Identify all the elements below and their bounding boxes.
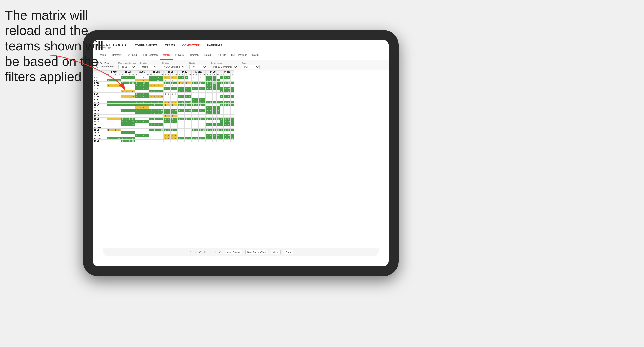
toolbar-timer-icon[interactable]: ⏱ xyxy=(219,251,222,254)
matrix-cell: 2 xyxy=(206,87,209,90)
matrix-cell: 0 xyxy=(156,104,160,106)
row-label: 12. UV xyxy=(93,106,107,109)
matrix-cell: 1 xyxy=(153,118,156,120)
row-label: 19. TAMU xyxy=(93,126,107,129)
matrix-cell: 1 xyxy=(220,87,224,90)
nav-committee[interactable]: COMMITTEE xyxy=(179,40,203,51)
toolbar-refresh-icon[interactable]: ⟳ xyxy=(199,250,201,254)
view-original-btn[interactable]: View: Original xyxy=(225,250,242,254)
share-btn[interactable]: Share xyxy=(284,250,293,254)
matrix-cell: 160 xyxy=(213,82,217,84)
matrix-cell: 3 xyxy=(224,134,227,137)
matrix-cell xyxy=(213,98,217,101)
matrix-cell xyxy=(202,90,206,93)
toolbar-undo-icon[interactable]: ↩ xyxy=(188,250,191,254)
matrix-cell: 1 xyxy=(209,129,213,131)
matrix-cell: 18 xyxy=(217,129,220,131)
toolbar-zoom-out-icon[interactable]: ⊖ xyxy=(209,250,212,254)
matrix-cell xyxy=(156,82,160,84)
matrix-cell: 0 xyxy=(174,134,178,137)
matrix-cell: 0 xyxy=(156,109,160,112)
sub-tab-h2h-heatmap-2[interactable]: H2H Heatmap xyxy=(229,51,250,60)
matrix-cell xyxy=(135,123,138,126)
matrix-cell xyxy=(117,126,121,129)
sub-tab-h2h-heatmap-1[interactable]: H2H Heatmap xyxy=(139,51,160,60)
matrix-cell xyxy=(131,129,135,131)
matrix-cell xyxy=(146,76,149,79)
matrix-cell: 1 xyxy=(220,129,224,131)
matrix-cell: 1 xyxy=(110,129,114,131)
matrix-cell: 1 xyxy=(209,123,213,126)
matrix-cell xyxy=(217,112,220,115)
matrix-cell: 1 xyxy=(167,118,171,120)
matrix-cell: 0 xyxy=(171,104,174,106)
nav-rankings[interactable]: RANKINGS xyxy=(203,40,226,51)
matrix-cell xyxy=(149,106,153,109)
watch-btn[interactable]: Watch xyxy=(271,250,281,254)
matrix-cell: 1 xyxy=(167,115,171,118)
matrix-cell xyxy=(174,126,178,129)
matrix-cell xyxy=(188,82,192,84)
matrix-cell xyxy=(220,84,224,87)
toolbar-zoom-in-icon[interactable]: ⊕ xyxy=(204,250,206,254)
conference-select[interactable]: Pac-12 Conference xyxy=(211,65,238,69)
matrix-cell xyxy=(128,109,131,112)
matrix-cell xyxy=(153,98,156,101)
matrix-cell xyxy=(188,87,192,90)
toolbar-redo-icon[interactable]: ↪ xyxy=(194,250,196,254)
matrix-cell xyxy=(209,76,213,79)
nav-teams[interactable]: TEAMS xyxy=(161,40,179,51)
matrix-cell: 40 xyxy=(227,87,231,90)
matrix-cell xyxy=(146,137,149,140)
matrix-cell xyxy=(181,129,185,131)
matrix-cell xyxy=(146,93,149,95)
matrix-cell xyxy=(231,87,234,90)
matrix-cell xyxy=(213,140,217,142)
matrix-cell xyxy=(217,98,220,101)
matrix-cell xyxy=(110,112,114,115)
matrix-cell xyxy=(185,120,188,123)
annotation-arrow xyxy=(38,50,138,100)
sh-su-t: T xyxy=(185,73,188,76)
matrix-cell: 0 xyxy=(199,118,202,120)
matrix-cell: 0 xyxy=(153,101,156,104)
matrix-cell xyxy=(124,109,128,112)
matrix-cell: 0 xyxy=(185,118,188,120)
matrix-cell: 0 xyxy=(181,76,185,79)
sub-tab-detail[interactable]: Detail xyxy=(202,51,213,60)
sub-tab-matrix-2[interactable]: Matrix xyxy=(250,51,262,60)
matrix-cell: 1 xyxy=(142,109,146,112)
matrix-cell: 11 xyxy=(146,101,149,104)
sub-tab-summary-2[interactable]: Summary xyxy=(186,51,202,60)
matrix-cell: 4 xyxy=(167,101,171,104)
matrix-cell xyxy=(128,106,131,109)
team-select[interactable]: (All) xyxy=(242,65,260,69)
sub-tab-matrix-1[interactable]: Matrix xyxy=(160,51,173,60)
gender-select[interactable]: Men's xyxy=(140,65,157,69)
matrix-cell xyxy=(160,104,164,106)
matrix-cell: 1 xyxy=(206,101,209,104)
nav-tournaments[interactable]: TOURNAMENTS xyxy=(131,40,161,51)
matrix-cell xyxy=(138,112,142,115)
matrix-cell: 0 xyxy=(185,137,188,140)
matrix-cell: 1 xyxy=(209,137,213,140)
toolbar-add-icon[interactable]: + xyxy=(215,251,216,254)
matrix-cell xyxy=(121,126,124,129)
division-select[interactable]: NCAA Division I xyxy=(162,65,185,69)
matrix-cell xyxy=(185,79,188,82)
sh-ua-dif: Dif xyxy=(146,73,149,76)
table-row: 23. UNM20021200250010010100110181400 xyxy=(93,137,234,140)
matrix-cell xyxy=(171,126,174,129)
matrix-cell: 1 xyxy=(181,82,185,84)
matrix-cell: 2 xyxy=(135,109,138,112)
matrix-cell xyxy=(167,123,171,126)
matrix-cell xyxy=(188,79,192,82)
matrix-cell xyxy=(217,120,220,123)
save-custom-btn[interactable]: Save Custom View xyxy=(245,250,268,254)
matrix-cell: 1 xyxy=(124,118,128,120)
sub-tab-players[interactable]: Players xyxy=(173,51,186,60)
matrix-cell xyxy=(160,106,164,109)
sub-tab-h2h-grid-2[interactable]: H2H Grid xyxy=(213,51,229,60)
matrix-cell: 0 xyxy=(167,134,171,137)
region-select[interactable]: N/A xyxy=(189,65,207,69)
